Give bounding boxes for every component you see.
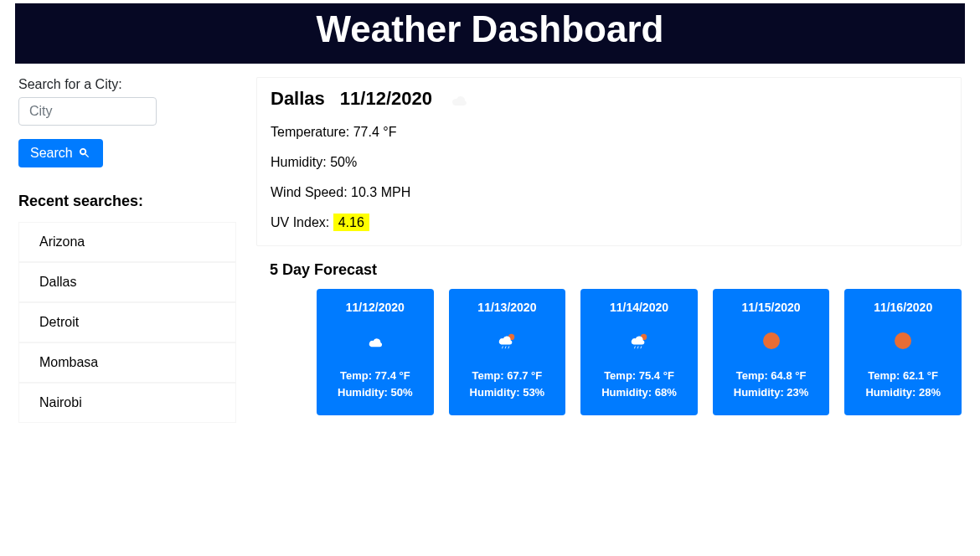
search-icon [78,147,91,160]
forecast-humidity: Humidity: 68% [587,384,691,401]
forecast-date: 11/15/2020 [720,301,823,314]
forecast-card: 11/14/2020 Temp: 75.4 °F Humidity: 68% [580,289,698,415]
forecast-temp: Temp: 75.4 °F [587,368,691,384]
current-city: Dallas [271,88,325,110]
recent-item[interactable]: Dallas [18,262,236,302]
sun-icon [894,332,912,350]
rain-cloud-icon [495,331,518,351]
recent-list: Arizona Dallas Detroit Mombasa Nairobi [18,222,236,423]
recent-item[interactable]: Mombasa [18,342,236,383]
app-header: Weather Dashboard [15,3,965,64]
sidebar: Search for a City: Search Recent searche… [18,77,236,423]
forecast-date: 11/16/2020 [851,301,955,314]
forecast-card: 11/12/2020 Temp: 77.4 °F Humidity: 50% [317,289,434,415]
rain-cloud-icon [627,331,651,351]
forecast-humidity: Humidity: 23% [720,384,823,401]
recent-item[interactable]: Nairobi [18,383,236,423]
current-temp: Temperature: 77.4 °F [271,125,947,140]
forecast-temp: Temp: 62.1 °F [851,368,955,384]
sun-icon [762,332,781,350]
current-uv: UV Index: 4.16 [271,215,947,230]
current-date: 11/12/2020 [340,88,432,110]
forecast-row: 11/12/2020 Temp: 77.4 °F Humidity: 50% 1… [256,289,962,415]
forecast-date: 11/14/2020 [587,301,691,314]
recent-item[interactable]: Detroit [18,302,236,342]
search-button[interactable]: Search [18,139,103,167]
search-label: Search for a City: [18,77,236,92]
current-wind: Wind Speed: 10.3 MPH [271,185,947,200]
app-title: Weather Dashboard [15,8,965,50]
recent-heading: Recent searches: [18,193,236,210]
main-panel: Dallas 11/12/2020 Temperature: 77.4 °F H… [256,77,962,423]
recent-item[interactable]: Arizona [18,222,236,262]
forecast-humidity: Humidity: 53% [456,384,560,401]
forecast-temp: Temp: 77.4 °F [323,368,427,384]
forecast-temp: Temp: 67.7 °F [456,368,560,384]
forecast-heading: 5 Day Forecast [270,261,962,279]
city-input[interactable] [18,97,157,126]
forecast-card: 11/13/2020 Temp: 67.7 °F Humidity: 53% [449,289,566,415]
cloud-icon [447,90,471,108]
forecast-temp: Temp: 64.8 °F [720,368,823,384]
forecast-humidity: Humidity: 28% [851,384,955,401]
search-button-label: Search [30,146,73,161]
uv-badge: 4.16 [333,214,369,231]
forecast-date: 11/12/2020 [323,301,427,314]
current-weather: Dallas 11/12/2020 Temperature: 77.4 °F H… [256,77,962,246]
current-humidity: Humidity: 50% [271,155,947,170]
forecast-humidity: Humidity: 50% [323,384,427,401]
forecast-card: 11/16/2020 Temp: 62.1 °F Humidity: 28% [844,289,962,415]
forecast-date: 11/13/2020 [456,301,560,314]
forecast-card: 11/15/2020 Temp: 64.8 °F Humidity: 23% [713,289,830,415]
cloud-icon [364,332,386,349]
